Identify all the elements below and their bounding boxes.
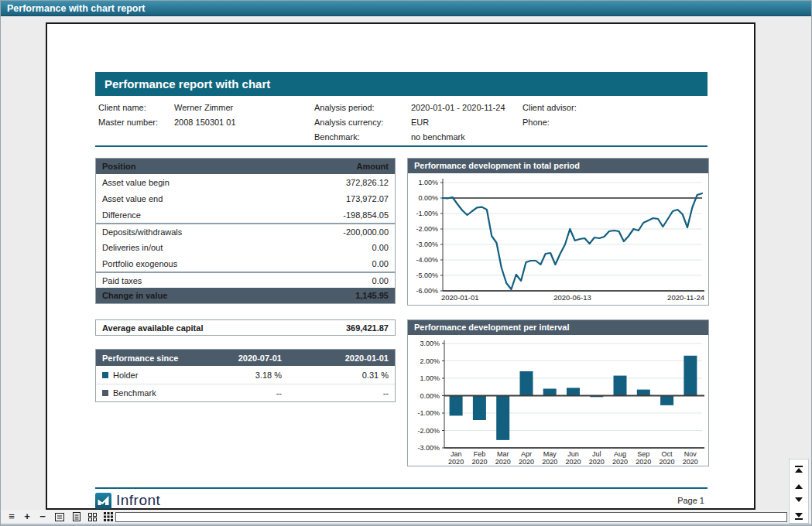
x-tick-label: Jul	[592, 450, 601, 458]
scroll-to-bottom-button[interactable]	[790, 511, 808, 523]
x-tick-year-label: 2020	[612, 458, 628, 465]
report-title-banner: Performance report with chart	[95, 72, 708, 96]
x-tick-year-label: 2020	[519, 458, 534, 465]
bar	[567, 388, 580, 395]
bar	[660, 396, 673, 405]
bar	[684, 356, 697, 396]
x-tick-year-label: 2020	[636, 458, 651, 465]
y-tick-label: 1.00%	[418, 179, 438, 186]
horizontal-scrollbar[interactable]	[115, 512, 787, 522]
window-title-bar: Performance with chart report	[1, 1, 811, 16]
y-tick-label: -3.00%	[416, 241, 438, 248]
report-title: Performance report with chart	[104, 77, 270, 91]
x-tick-year-label: 2020	[683, 458, 698, 465]
client-name-label: Client name:	[98, 103, 146, 112]
y-tick-label: 2.00%	[420, 357, 440, 365]
row-value: --	[303, 388, 389, 398]
row-value: 0.00	[372, 276, 389, 285]
x-tick-label: Oct	[662, 450, 673, 458]
row-label: Asset value begin	[102, 178, 170, 187]
fit-width-icon[interactable]	[53, 511, 66, 523]
x-tick-label: 2020-01-01	[441, 293, 479, 302]
x-tick-label: 2020-06-13	[553, 293, 591, 302]
average-capital-bar: Average available capital 369,421.87	[95, 319, 396, 336]
footer-value: 1,145.95	[355, 291, 389, 300]
bar-chart-panel: Performance development per interval 3.0…	[407, 319, 709, 466]
row-label: Asset value end	[102, 194, 163, 203]
y-tick-label: 0.00%	[420, 392, 440, 400]
bar	[637, 390, 650, 396]
y-tick-label: -2.00%	[416, 225, 438, 233]
performance-header-col1: 2020-07-01	[218, 354, 303, 363]
analysis-currency-label: Analysis currency:	[314, 118, 383, 127]
average-capital-label: Average available capital	[102, 323, 203, 333]
footer-label: Change in value	[102, 291, 167, 300]
row-value: 173,972.07	[346, 194, 389, 203]
x-tick-year-label: 2020	[660, 458, 675, 465]
y-tick-label: -3.00%	[417, 444, 440, 452]
row-value: 0.00	[372, 243, 389, 252]
two-page-view-icon[interactable]	[86, 511, 98, 523]
vertical-scroll-controls	[789, 459, 809, 524]
bar	[614, 376, 627, 396]
window-title: Performance with chart report	[7, 3, 146, 14]
row-value: -200,000.00	[343, 227, 389, 237]
bar	[543, 389, 557, 396]
average-capital-value: 369,421.87	[346, 323, 389, 333]
client-advisor-label: Client advisor:	[522, 103, 577, 112]
y-tick-label: -1.00%	[417, 409, 440, 417]
footer-divider	[95, 487, 708, 489]
bar	[496, 396, 509, 440]
row-value: 0.00	[372, 259, 389, 268]
table-row: Holder 3.18 % 0.31 %	[96, 366, 395, 384]
y-tick-label: -1.00%	[416, 210, 438, 217]
row-label: Holder	[113, 371, 138, 380]
x-tick-year-label: 2020	[471, 458, 487, 465]
position-table-header: Position Amount	[96, 159, 395, 174]
x-tick-year-label: 2020	[589, 458, 605, 465]
row-label: Paid taxes	[102, 276, 142, 285]
benchmark-legend-swatch	[102, 390, 108, 396]
position-header-label: Position	[102, 162, 135, 171]
line-chart: 1.00%0.00%-1.00%-2.00%-3.00%-4.00%-5.00%…	[408, 173, 707, 303]
zoom-out-button[interactable]: −	[36, 511, 49, 523]
scroll-to-top-button[interactable]	[790, 463, 808, 475]
x-tick-label: Sep	[637, 450, 649, 458]
performance-header-col2: 2020-01-01	[303, 354, 389, 363]
table-row: Portfolio exogenous 0.00	[96, 255, 395, 272]
x-tick-year-label: 2020	[495, 458, 511, 465]
position-table-footer: Change in value 1,145.95	[96, 288, 395, 303]
table-row: Deliveries in/out 0.00	[96, 239, 395, 255]
thumbnail-view-icon[interactable]	[102, 511, 115, 523]
zoom-in-button[interactable]: +	[21, 511, 33, 523]
position-table: Position Amount Asset value begin 372,82…	[95, 158, 396, 304]
scroll-down-button[interactable]	[790, 494, 808, 506]
y-tick-label: -2.00%	[417, 427, 440, 435]
table-row: Asset value begin 372,826.12	[96, 174, 395, 190]
bar-chart: 3.00%2.00%1.00%0.00%-1.00%-2.00%-3.00%Ja…	[408, 335, 707, 465]
holder-legend-swatch	[102, 372, 108, 378]
bar	[450, 396, 463, 416]
table-row: Deposits/withdrawals -200,000.00	[96, 223, 395, 239]
y-tick-label: 3.00%	[420, 340, 440, 347]
x-tick-year-label: 2020	[565, 458, 581, 465]
row-label: Deposits/withdrawals	[102, 227, 182, 237]
infront-logo-text: Infront	[116, 492, 160, 509]
master-number-value: 2008 150301 01	[174, 118, 236, 127]
x-tick-label: Aug	[614, 450, 626, 458]
row-label: Benchmark	[113, 388, 156, 398]
fit-page-icon[interactable]	[70, 511, 83, 523]
y-tick-label: 1.00%	[420, 374, 440, 382]
client-name-value: Werner Zimmer	[174, 103, 233, 112]
phone-label: Phone:	[522, 118, 550, 127]
menu-icon[interactable]: ≡	[5, 511, 18, 523]
y-tick-label: -6.00%	[416, 287, 438, 295]
scroll-up-button[interactable]	[790, 480, 808, 493]
bar	[520, 371, 533, 396]
performance-header-label: Performance since	[102, 354, 218, 363]
x-tick-label: Jan	[451, 450, 462, 458]
row-label: Deliveries in/out	[102, 243, 163, 252]
benchmark-value: no benchmark	[411, 132, 465, 142]
table-row: Benchmark -- --	[96, 384, 395, 401]
line-chart-panel: Performance development in total period …	[407, 158, 709, 306]
